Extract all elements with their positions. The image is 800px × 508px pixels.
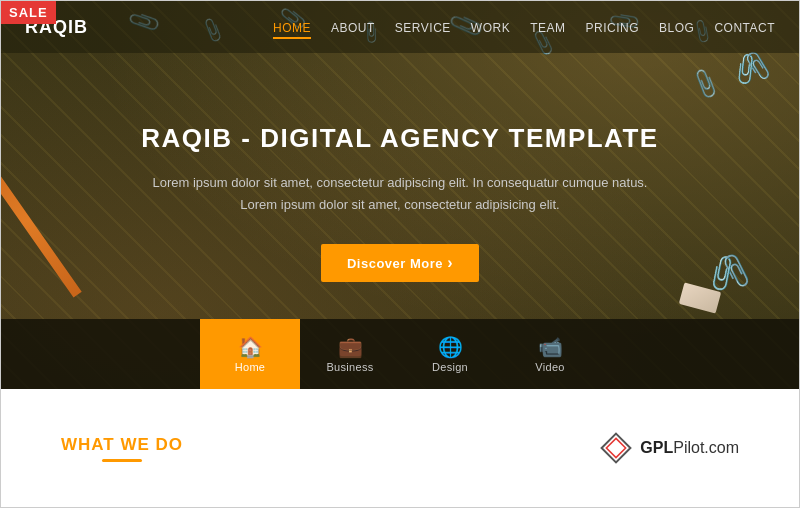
bottom-section: WHAT WE DO GPLPilot.com — [1, 389, 799, 507]
video-icon: 📹 — [538, 337, 563, 357]
gpl-pilot-text: GPLPilot.com — [640, 439, 739, 457]
what-we-do-title: WHAT WE DO — [61, 435, 183, 455]
nav-link-service[interactable]: SERVICE — [395, 21, 451, 35]
tab-home[interactable]: 🏠 Home — [200, 319, 300, 391]
tab-business-label: Business — [326, 361, 373, 373]
tab-design-label: Design — [432, 361, 468, 373]
hero-content: RAQIB - DIGITAL AGENCY TEMPLATE Lorem ip… — [1, 53, 799, 282]
nav-item-home[interactable]: HOME — [273, 18, 311, 36]
tab-video[interactable]: 📹 Video — [500, 319, 600, 391]
hero-title: RAQIB - DIGITAL AGENCY TEMPLATE — [1, 123, 799, 154]
nav-link-about[interactable]: ABOUT — [331, 21, 375, 35]
nav-item-work[interactable]: WORK — [471, 18, 510, 36]
gpl-diamond-icon — [600, 432, 632, 464]
nav-link-work[interactable]: WORK — [471, 21, 510, 35]
page-frame: SALE 📎 📎 📎 📎 📎 📎 📎 📎 🖇️ 📎 🖇️ RAQIB HOME — [0, 0, 800, 508]
nav-item-about[interactable]: ABOUT — [331, 18, 375, 36]
hero-section: 📎 📎 📎 📎 📎 📎 📎 📎 🖇️ 📎 🖇️ RAQIB HOME ABOUT — [1, 1, 799, 391]
nav-item-team[interactable]: TEAM — [530, 18, 565, 36]
what-we-do-block: WHAT WE DO — [61, 435, 183, 462]
navbar: RAQIB HOME ABOUT SERVICE WORK TEAM — [1, 1, 799, 53]
nav-link-home[interactable]: HOME — [273, 21, 311, 39]
gpl-pilot-logo: GPLPilot.com — [600, 432, 739, 464]
nav-link-pricing[interactable]: PRICING — [586, 21, 640, 35]
nav-item-blog[interactable]: BLOG — [659, 18, 694, 36]
nav-link-blog[interactable]: BLOG — [659, 21, 694, 35]
sale-label: SALE — [9, 5, 48, 20]
nav-link-contact[interactable]: CONTACT — [714, 21, 775, 35]
nav-item-pricing[interactable]: PRICING — [586, 18, 640, 36]
discover-more-button[interactable]: Discover More — [321, 244, 479, 282]
tab-video-label: Video — [535, 361, 564, 373]
design-icon: 🌐 — [438, 337, 463, 357]
sale-badge: SALE — [1, 1, 56, 24]
what-we-do-underline — [102, 459, 142, 462]
tab-bar: 🏠 Home 💼 Business 🌐 Design 📹 Video — [1, 319, 799, 391]
home-icon: 🏠 — [238, 337, 263, 357]
tab-business[interactable]: 💼 Business — [300, 319, 400, 391]
nav-item-contact[interactable]: CONTACT — [714, 18, 775, 36]
tab-home-label: Home — [235, 361, 266, 373]
tab-design[interactable]: 🌐 Design — [400, 319, 500, 391]
nav-link-team[interactable]: TEAM — [530, 21, 565, 35]
nav-links: HOME ABOUT SERVICE WORK TEAM PRICING — [273, 18, 775, 36]
hero-description: Lorem ipsum dolor sit amet, consectetur … — [1, 172, 799, 216]
business-icon: 💼 — [338, 337, 363, 357]
nav-item-service[interactable]: SERVICE — [395, 18, 451, 36]
